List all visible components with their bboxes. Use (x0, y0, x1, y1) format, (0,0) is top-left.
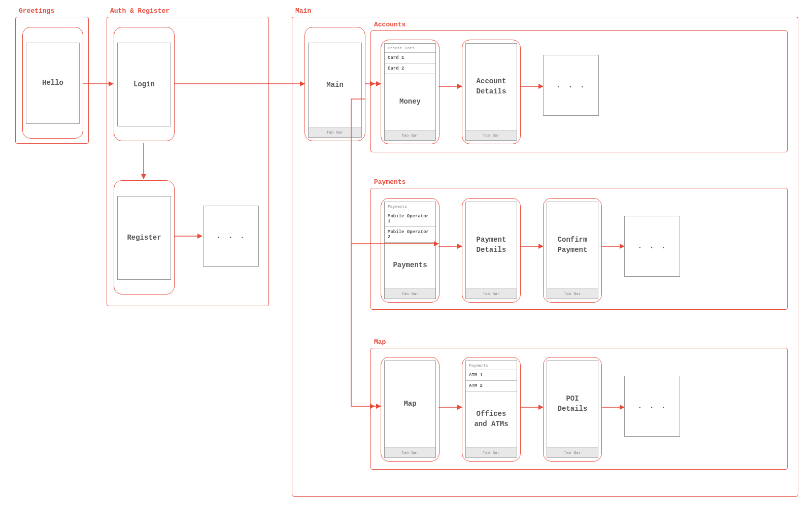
list-item: ATM 2 (466, 381, 517, 391)
screen-title-poi-details: POI Details (547, 361, 598, 447)
screen-payments: Payments Mobile Operator 1 Mobile Operat… (381, 198, 439, 303)
screen-title-confirm-payment: Confirm Payment (547, 202, 598, 288)
screen-title-offices: Offices and ATMs (466, 391, 517, 447)
tabbar-offices: Tab Bar (466, 447, 517, 457)
screen-payment-details: Payment Details Tab Bar (462, 198, 521, 303)
tabbar-main: Tab Bar (309, 127, 361, 137)
screen-title-money: Money (385, 74, 435, 130)
screen-login: Login (114, 27, 175, 141)
screen-money: Credit Cars Card 1 Card 2 Money Tab Bar (381, 40, 439, 144)
list-item: Card 2 (385, 63, 435, 74)
tabbar-payment-details: Tab Bar (466, 288, 517, 299)
screen-poi-details: POI Details Tab Bar (543, 357, 602, 462)
tabbar-poi-details: Tab Bar (547, 447, 598, 457)
screen-title-hello: Hello (26, 43, 79, 123)
tabbar-payments: Tab Bar (385, 288, 435, 299)
tabbar-confirm-payment: Tab Bar (547, 288, 598, 299)
group-label-map: Map (374, 338, 386, 346)
ellipsis-accounts: . . . (543, 55, 599, 116)
list-header-money: Credit Cars (385, 44, 435, 53)
screen-title-map: Map (385, 361, 435, 447)
screen-title-account-details: Account Details (466, 44, 517, 130)
ellipsis-map: . . . (624, 376, 680, 437)
screen-title-payments: Payments (385, 243, 435, 288)
list-header-payments: Payments (385, 202, 435, 211)
list-item: Mobile Operator 1 (385, 211, 435, 227)
list-item: ATM 1 (466, 370, 517, 381)
screen-main: Main Tab Bar (304, 27, 365, 141)
group-label-auth: Auth & Register (110, 7, 170, 15)
list-header-offices: Payments (466, 361, 517, 370)
group-label-accounts: Accounts (374, 21, 405, 28)
screen-title-main: Main (309, 43, 361, 127)
screen-title-register: Register (118, 197, 171, 279)
list-item: Mobile Operator 2 (385, 227, 435, 243)
screen-title-payment-details: Payment Details (466, 202, 517, 288)
screen-offices: Payments ATM 1 ATM 2 Offices and ATMs Ta… (462, 357, 521, 462)
screen-title-login: Login (118, 43, 171, 126)
tabbar-money: Tab Bar (385, 130, 435, 140)
group-label-main: Main (295, 7, 311, 15)
screen-register: Register (114, 180, 175, 295)
ellipsis-payments: . . . (624, 216, 680, 277)
screen-map: Map Tab Bar (381, 357, 439, 462)
tabbar-map: Tab Bar (385, 447, 435, 457)
tabbar-account-details: Tab Bar (466, 130, 517, 140)
screen-account-details: Account Details Tab Bar (462, 40, 521, 144)
ellipsis-register: . . . (203, 206, 259, 267)
group-label-payments: Payments (374, 178, 405, 186)
screen-hello: Hello (22, 27, 83, 139)
list-item: Card 1 (385, 53, 435, 63)
screen-confirm-payment: Confirm Payment Tab Bar (543, 198, 602, 303)
group-label-greetings: Greetings (19, 7, 54, 15)
